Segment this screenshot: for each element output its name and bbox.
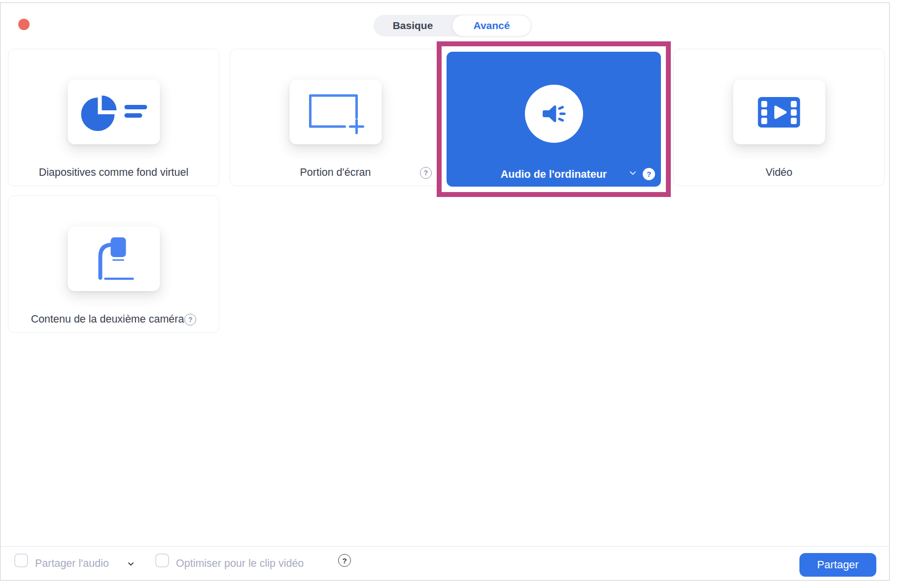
tile-audio-label: Audio de l'ordinateur (501, 168, 607, 181)
share-screen-window: Basique Avancé Diapositives comme fond v… (0, 2, 890, 581)
share-audio-chevron-icon[interactable] (128, 559, 134, 568)
tab-basic[interactable]: Basique (374, 15, 452, 36)
share-audio-checkbox[interactable] (14, 554, 28, 567)
share-button[interactable]: Partager (799, 553, 876, 577)
audio-help-icon[interactable]: ? (643, 168, 655, 180)
tile-slides-virtual-background[interactable]: Diapositives comme fond virtuel (8, 49, 219, 186)
tile-video-label: Vidéo (765, 166, 793, 179)
second-camera-icon-card (68, 227, 160, 291)
film-strip-icon (758, 97, 800, 128)
footer-help-icon[interactable]: ? (338, 554, 351, 567)
tab-advanced-label: Avancé (474, 20, 510, 32)
speaker-icon (540, 99, 568, 128)
optimize-video-checkbox[interactable] (155, 554, 169, 567)
tile-screen-portion[interactable]: Portion d'écran ? (230, 49, 441, 186)
tile-portion-label: Portion d'écran (300, 166, 371, 179)
slides-icon-card (68, 80, 160, 144)
audio-icon-circle (525, 85, 583, 143)
document-camera-icon (87, 235, 141, 283)
tab-basic-label: Basique (393, 20, 433, 32)
footer-bar: Partager l'audio Optimiser pour le clip … (0, 546, 889, 580)
share-audio-label: Partager l'audio (35, 547, 109, 580)
share-mode-tabs: Basique Avancé (374, 15, 531, 36)
audio-dropdown-chevron-icon[interactable] (629, 168, 636, 177)
pie-chart-icon (79, 90, 148, 135)
screen-portion-icon (306, 90, 366, 135)
tab-advanced[interactable]: Avancé (452, 15, 531, 36)
portion-help-icon[interactable]: ? (420, 167, 432, 179)
video-icon-card (733, 80, 825, 144)
tile-computer-audio-selected[interactable]: Audio de l'ordinateur ? (447, 52, 661, 187)
tile-slides-label: Diapositives comme fond virtuel (39, 166, 189, 179)
optimize-video-label: Optimiser pour le clip vidéo (176, 547, 304, 580)
second-camera-help-icon[interactable]: ? (184, 314, 196, 326)
tile-second-camera-label: Contenu de la deuxième caméra (31, 313, 184, 326)
screen-portion-icon-card (289, 80, 381, 144)
window-close-button[interactable] (18, 19, 30, 30)
tile-second-camera[interactable]: Contenu de la deuxième caméra ? (8, 196, 219, 333)
tile-video[interactable]: Vidéo (673, 49, 885, 186)
